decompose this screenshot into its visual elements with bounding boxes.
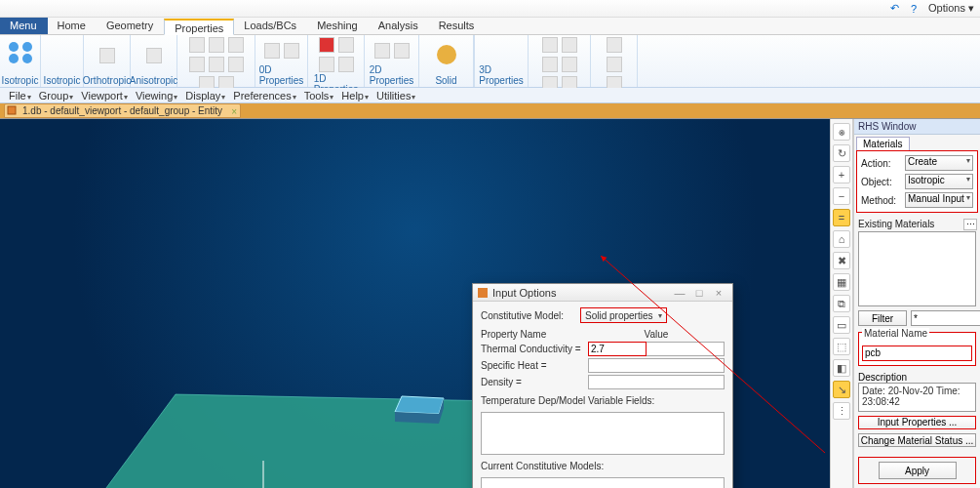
anisotropic-icon[interactable] [146,48,162,63]
close-dialog-icon[interactable]: × [709,287,728,299]
menu-display[interactable]: Display [182,90,228,102]
secondary-toolbar: File Group Viewport Viewing Display Pref… [0,88,980,103]
tab-loads-bcs[interactable]: Loads/BCs [234,18,307,34]
rhs-window: RHS Window Materials Action:Create Objec… [853,119,980,488]
vbtn-7[interactable]: ▦ [833,273,850,291]
minimize-icon[interactable]: — [670,287,689,299]
change-material-status-button[interactable]: Change Material Status ... [858,433,976,447]
options-menu[interactable]: Options ▾ [928,2,974,15]
1d-icon-3[interactable] [319,57,334,72]
vbtn-11[interactable]: ◧ [833,359,850,377]
pa-icon-2[interactable] [562,37,577,53]
dialog-titlebar[interactable]: Input Options — □ × [473,284,732,302]
0d-icon-2[interactable] [284,43,299,59]
vbtn-1[interactable]: ↻ [833,144,850,162]
constitutive-model-select[interactable]: Solid properties [580,307,667,323]
composite-icon-3[interactable] [228,37,244,53]
composite-icon-5[interactable] [209,57,224,72]
vbtn-5[interactable]: ⌂ [833,230,850,248]
apply-button[interactable]: Apply [879,462,957,479]
fields-icon-1[interactable] [607,37,622,53]
col-property-name: Property Name [481,329,588,340]
menu-tools[interactable]: Tools [301,90,337,102]
description-label: Description [858,372,976,383]
pa-icon-3[interactable] [542,57,558,72]
pa-icon-1[interactable] [542,37,558,53]
document-tab-title: 1.db - default_viewport - default_group … [22,105,222,116]
svg-marker-10 [395,412,439,424]
prop-specific-heat-input[interactable] [588,358,725,373]
vbtn-4[interactable]: = [833,209,850,226]
dialog-icon [477,287,489,299]
menu-help[interactable]: Help [338,90,372,102]
vbtn-12[interactable]: ↘ [833,381,850,398]
solid-icon[interactable] [432,43,461,68]
vbtn-10[interactable]: ⬚ [833,338,850,355]
menu-viewing[interactable]: Viewing [133,90,180,102]
vbtn-9[interactable]: ▭ [833,316,850,334]
menu-utilities[interactable]: Utilities [373,90,418,102]
prop-specific-heat-label: Specific Heat = [481,360,588,371]
method-select[interactable]: Manual Input [905,192,973,208]
tab-properties[interactable]: Properties [164,19,234,35]
tab-results[interactable]: Results [429,18,486,34]
maximize-icon[interactable]: □ [689,287,709,299]
object-select[interactable]: Isotropic [905,174,973,189]
close-icon[interactable]: × [231,105,237,119]
description-value[interactable]: Date: 20-Nov-20 Time: 23:08:42 [858,383,976,412]
vbtn-6[interactable]: ✖ [833,252,850,269]
menu-preferences[interactable]: Preferences [230,90,298,102]
vbtn-8[interactable]: ⧉ [833,295,850,312]
prop-thermal-conductivity-input[interactable] [588,342,647,356]
tab-geometry[interactable]: Geometry [97,18,164,34]
menu-group[interactable]: Group [36,90,77,102]
input-properties-button[interactable]: Input Properties ... [858,416,976,429]
fields-icon-2[interactable] [607,57,622,72]
orthotropic-icon[interactable] [99,48,115,63]
vbtn-13[interactable]: ⋮ [833,402,850,420]
material-name-label: Material Name [862,328,929,339]
doc-icon [7,105,17,115]
composite-icon-6[interactable] [228,57,244,72]
material-name-input[interactable] [862,346,972,361]
isotropic-icon [6,39,35,64]
action-select[interactable]: Create [905,155,973,171]
1d-icon-1[interactable] [319,37,334,53]
tab-home[interactable]: Home [48,18,97,34]
vbtn-3[interactable]: − [833,187,850,205]
existing-materials-list[interactable]: ⋯ [858,231,976,306]
tab-menu[interactable]: Menu [0,18,48,34]
temp-dep-textarea[interactable] [481,412,725,455]
1d-icon-2[interactable] [338,37,354,53]
existing-materials-label: Existing Materials [858,219,976,229]
list-options-icon[interactable]: ⋯ [963,219,977,230]
prop-density-input[interactable] [588,375,725,389]
constitutive-model-label: Constitutive Model: [481,310,574,321]
composite-icon-2[interactable] [209,37,224,53]
vbtn-0[interactable]: ⎈ [833,123,850,141]
vbtn-2[interactable]: + [833,166,850,183]
viewport-3d[interactable]: Input Options — □ × Constitutive Model: … [0,119,830,488]
rhs-tab-materials[interactable]: Materials [856,137,910,150]
filter-input[interactable] [911,310,980,326]
pa-icon-4[interactable] [562,57,577,72]
current-models-textarea[interactable] [481,477,725,488]
0d-icon-1[interactable] [264,43,280,59]
undo-icon[interactable]: ↶ [887,2,901,16]
menu-file[interactable]: File [6,90,34,102]
document-tab[interactable]: 1.db - default_viewport - default_group … [4,103,241,118]
help-icon[interactable]: ? [907,2,921,16]
ribbon-isotropic-big[interactable]: Isotropic [0,35,41,87]
composite-icon-4[interactable] [189,57,205,72]
svg-point-1 [22,42,32,52]
2d-icon-1[interactable] [374,43,390,59]
filter-button[interactable]: Filter [858,310,907,326]
menu-viewport[interactable]: Viewport [78,90,131,102]
composite-icon-1[interactable] [189,37,205,53]
main-tabs: Menu Home Geometry Properties Loads/BCs … [0,18,980,35]
tab-analysis[interactable]: Analysis [369,18,429,34]
prop-thermal-conductivity-extra[interactable] [647,342,725,356]
1d-icon-4[interactable] [338,57,354,72]
2d-icon-2[interactable] [394,43,410,59]
tab-meshing[interactable]: Meshing [307,18,369,34]
